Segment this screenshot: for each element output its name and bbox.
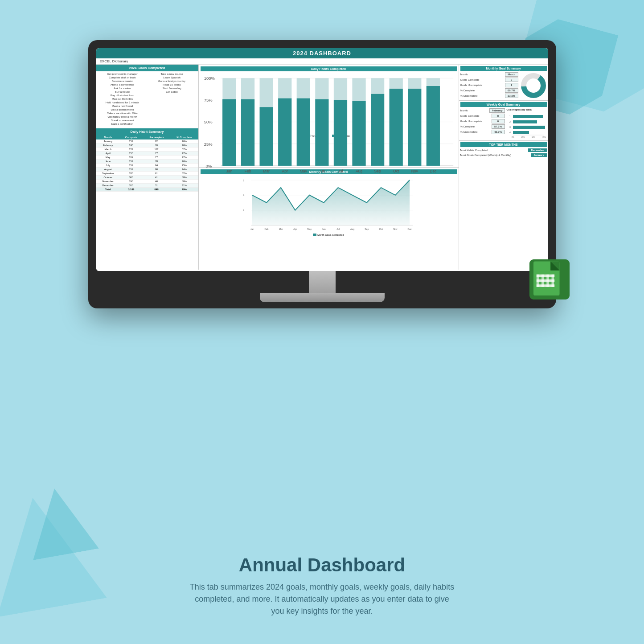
monitor: 2024 DASHBOARD EXCEL Dictionary 2024 Goa… (88, 40, 556, 308)
habit-cell: 252 (120, 168, 143, 172)
bottom-description: This tab summarizes 2024 goals, monthly … (166, 581, 478, 617)
google-sheets-icon (529, 259, 570, 299)
habit-cell: 77% (170, 152, 198, 156)
habit-summary-title: Daily Habit Summary (96, 128, 198, 135)
habit-cell: 300 (120, 176, 143, 180)
monitor-stand-neck (309, 271, 336, 293)
spreadsheet: 2024 DASHBOARD EXCEL Dictionary 2024 Goa… (96, 48, 548, 271)
goal-item: Complete draft of book (98, 76, 147, 79)
svg-text:Aug: Aug (350, 227, 354, 230)
weekly-month-label: Month (460, 109, 468, 112)
daily-habits-svg: 100% 75% 50% 25% 0% (202, 73, 455, 174)
svg-text:Apr: Apr (293, 227, 297, 230)
habit-cell: 112 (143, 148, 170, 152)
goal-item: Max out Roth IRA (98, 97, 147, 101)
habit-cell: April (96, 152, 120, 156)
goal-item: Meet a new friend (98, 104, 147, 108)
most-habits-value: December (528, 148, 546, 152)
month-row: Month March (460, 72, 518, 77)
svg-text:0%: 0% (205, 164, 212, 168)
monitor-body: 2024 DASHBOARD EXCEL Dictionary 2024 Goa… (88, 40, 556, 308)
svg-text:75%: 75% (542, 136, 546, 138)
habit-cell: 243 (120, 144, 143, 148)
habit-cell: 77 (143, 152, 170, 156)
top-tier-title: TOP TIER MONTHS (460, 142, 547, 147)
habit-cell: August (96, 168, 120, 172)
svg-text:May: May (299, 169, 307, 173)
goal-item: Hold handstand for 1 minute (98, 101, 147, 104)
habit-cell: November (96, 180, 120, 184)
legend-label-month-goals: Month Goals Completed (317, 234, 344, 236)
habit-cell: 31 (143, 184, 170, 188)
svg-text:Apr: Apr (282, 169, 287, 173)
habit-cell: 91% (170, 184, 198, 188)
habit-cell: 280 (120, 172, 143, 176)
svg-text:Nov: Nov (411, 169, 418, 173)
weekly-goal-title: Weekly Goal Summary (460, 102, 547, 107)
weekly-chart-title: Goal Progress By Week (507, 108, 547, 111)
goal-item: Start Journaling (148, 86, 197, 90)
goal-item: Speak at one event (98, 119, 147, 122)
svg-text:Sep: Sep (365, 227, 369, 230)
goal-item: Become a mentor (98, 79, 147, 83)
svg-rect-33 (315, 78, 328, 99)
goals-uncomplete-row: Goals Uncomplete 1 (460, 83, 518, 87)
habit-cell: 75% (170, 164, 198, 168)
svg-text:Aug: Aug (355, 169, 362, 173)
weekly-goals-complete-label: Goals Complete (460, 115, 480, 117)
habit-summary-table: Month Complete Uncomplete % Complete Jan… (96, 135, 198, 192)
pct-complete-row: % Complete 66.7% (460, 88, 518, 93)
svg-text:Oct: Oct (393, 169, 399, 173)
svg-rect-10 (551, 275, 554, 287)
svg-text:2: 2 (509, 120, 511, 123)
svg-text:Sep: Sep (374, 169, 381, 173)
month-value[interactable]: March (505, 72, 518, 77)
habit-cell: 253 (120, 152, 143, 156)
goal-item: Visit a distant friend (98, 108, 147, 111)
svg-text:Jul: Jul (338, 169, 343, 173)
most-habits-label: Most Habits Completed (460, 149, 488, 152)
habit-cell: 80 (143, 168, 170, 172)
svg-text:May: May (307, 227, 312, 230)
top-tier-section: TOP TIER MONTHS Most Habits Completed De… (459, 141, 548, 160)
goals-col1: Get promoted to manager Complete draft o… (98, 72, 147, 126)
pct-uncomplete-row: % Uncomplete 33.3% (460, 94, 518, 98)
svg-text:1: 1 (509, 115, 511, 118)
right-panel: Monthly Goal Summary Month March Goa (459, 65, 548, 270)
habit-cell: 76% (170, 144, 198, 148)
habit-cell: 3,189 (120, 188, 143, 192)
svg-text:25%: 25% (521, 136, 525, 138)
habit-cell: September (96, 172, 120, 176)
svg-text:0%: 0% (512, 136, 514, 138)
habit-cell: May (96, 156, 120, 160)
goals-col2: Take a new course Learn Spanish Go to a … (148, 72, 197, 126)
goals-title: 2024 Goals Completed (96, 65, 198, 71)
habit-cell: 252 (120, 160, 143, 164)
svg-rect-38 (352, 101, 365, 165)
daily-habits-chart: Daily Habits Completed 100% 75% 50% 25% … (199, 65, 459, 168)
spreadsheet-screen: 2024 DASHBOARD EXCEL Dictionary 2024 Goa… (96, 48, 548, 271)
svg-rect-28 (259, 107, 273, 166)
svg-text:25%: 25% (204, 142, 212, 147)
pct-complete-value: 66.7% (505, 88, 518, 93)
habit-cell: 848 (143, 188, 170, 192)
habit-cell: October (96, 176, 120, 180)
svg-rect-82 (513, 115, 543, 118)
weekly-goals-uncomplete-value: 6 (492, 119, 505, 123)
weekly-month-value[interactable]: February (489, 108, 505, 113)
col-uncomplete: Uncomplete (143, 135, 170, 139)
habit-cell: 76 (143, 144, 170, 148)
svg-rect-41 (389, 78, 402, 89)
svg-text:2: 2 (243, 209, 244, 212)
habit-cell: January (96, 139, 120, 144)
monthly-goal-summary: Monthly Goal Summary Month March Goa (459, 65, 548, 101)
svg-rect-37 (352, 78, 365, 101)
monthly-goals-svg: 6 4 2 (201, 174, 457, 232)
monitor-stand-base (260, 293, 385, 302)
habit-cell: 77% (170, 156, 198, 160)
col-month: Month (96, 135, 120, 139)
col-pct: % Complete (170, 135, 198, 139)
legend-month-goals: Month Goals Completed (313, 234, 344, 236)
svg-rect-40 (370, 94, 384, 166)
svg-text:75%: 75% (204, 98, 212, 103)
